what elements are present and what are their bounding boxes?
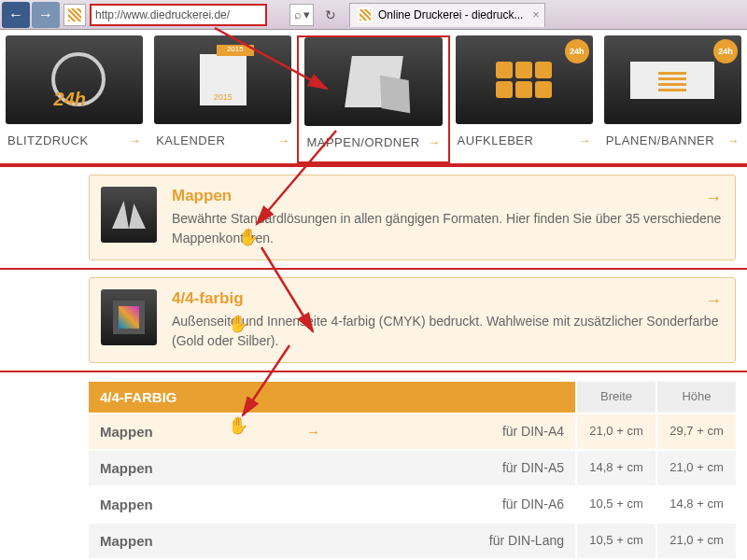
category-tile-icon: 24h [604,35,741,124]
table-row[interactable]: Mappenfür DIN-A514,8 + cm21,0 + cm [89,449,736,485]
chevron-right-icon: → [578,133,591,147]
address-bar[interactable]: http://www.diedruckerei.de/ [90,4,267,26]
chevron-right-icon: → [705,189,722,208]
category-tile-icon [6,35,143,124]
chevron-right-icon: → [727,133,740,147]
close-tab-icon[interactable]: × [532,8,539,21]
badge-24h-icon: 24h [713,39,738,63]
card-mappen[interactable]: Mappen Bewährte Standardlösungen in alle… [89,175,736,260]
category-label: PLANEN/BANNER→ [604,124,741,147]
cell-height: 21,0 + cm [655,524,736,558]
cell-width: 14,8 + cm [575,451,655,485]
cell-width: 10,5 + cm [575,524,655,558]
category-tile-icon: 24h [456,35,593,124]
chevron-right-icon: → [277,133,290,147]
category-tile-icon [154,35,291,124]
browser-toolbar: ← → http://www.diedruckerei.de/ ⌕ ▾ ↻ On… [0,0,747,30]
card-title: 4/4-farbig [172,289,724,308]
category-tile-icon [304,37,442,126]
card-thumb-icon [101,289,157,345]
cell-height: 21,0 + cm [655,451,736,485]
tab-title: Online Druckerei - diedruck... [378,8,523,21]
chevron-right-icon: → [705,291,722,311]
category-kalender[interactable]: KALENDER→ [148,35,297,163]
table-row[interactable]: Mappenfür DIN-A610,5 + cm14,8 + cm [89,485,736,522]
cell-name: Mappen [89,487,331,522]
cell-format: für DIN-Lang [331,524,575,558]
cell-width: 21,0 + cm [575,414,655,449]
table-row[interactable]: Mappenfür DIN-Lang10,5 + cm21,0 + cm [89,522,736,558]
category-row: BLITZDRUCK→KALENDER→MAPPEN/ORDNER→24hAUF… [0,30,747,165]
category-label: KALENDER→ [154,124,291,147]
card-thumb-icon [101,187,157,243]
card-title: Mappen [172,187,724,205]
cell-format: für DIN-A4 [331,414,575,449]
cell-name: Mappen→ [89,414,331,449]
chevron-right-icon: → [428,135,441,149]
cell-format: für DIN-A5 [331,451,575,485]
card-description: Bewährte Standardlösungen in allen gängi… [172,209,724,248]
browser-tab[interactable]: Online Druckerei - diedruck... × [349,3,545,27]
back-button[interactable]: ← [2,2,30,28]
cell-name: Mappen [89,451,331,485]
cell-width: 10,5 + cm [575,487,655,522]
card-4-4-farbig[interactable]: 4/4-farbig Außenseite und Innenseite 4-f… [89,277,736,363]
category-planenbanner[interactable]: 24hPLANEN/BANNER→ [599,35,747,163]
table-header: 4/4-FARBIG Breite Höhe [89,382,736,413]
cell-height: 14,8 + cm [655,487,736,522]
category-label: MAPPEN/ORDNER→ [304,126,442,149]
forward-button[interactable]: → [32,2,60,28]
site-favicon [63,4,86,26]
col-height: Höhe [655,382,736,413]
badge-24h-icon: 24h [565,39,589,63]
table-row[interactable]: Mappen→für DIN-A421,0 + cm29,7 + cm [89,413,736,449]
card-description: Außenseite und Innenseite 4-farbig (CMYK… [172,312,724,351]
product-table: 4/4-FARBIG Breite Höhe Mappen→für DIN-A4… [89,382,736,558]
refresh-button[interactable]: ↻ [319,4,342,26]
chevron-right-icon: → [129,133,142,147]
search-button[interactable]: ⌕ ▾ [289,4,314,26]
category-mappenordner[interactable]: MAPPEN/ORDNER→ [297,35,449,163]
table-title: 4/4-FARBIG [89,382,575,413]
cell-height: 29,7 + cm [655,414,736,449]
category-blitzdruck[interactable]: BLITZDRUCK→ [0,35,148,163]
cell-format: für DIN-A6 [331,487,575,522]
category-label: AUFKLEBER→ [456,124,593,147]
chevron-right-icon: → [306,424,320,440]
col-width: Breite [575,382,655,413]
category-label: BLITZDRUCK→ [6,124,143,147]
cell-name: Mappen [89,524,331,558]
category-aufkleber[interactable]: 24hAUFKLEBER→ [450,35,599,163]
